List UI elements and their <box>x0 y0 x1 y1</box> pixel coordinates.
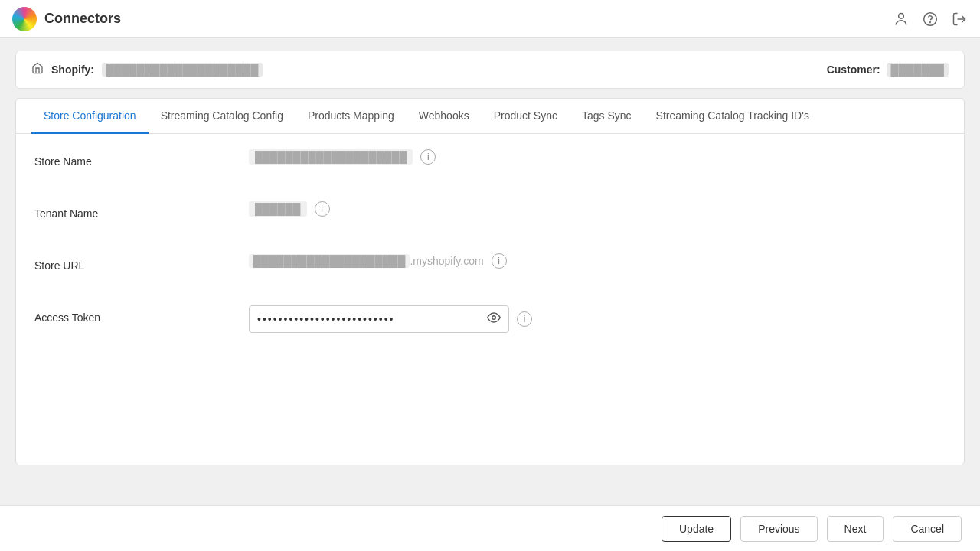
form-row-tenant-name: Tenant Name ██████ i <box>34 201 946 232</box>
svg-point-2 <box>930 21 931 22</box>
config-card: Store Configuration Streaming Catalog Co… <box>15 98 965 465</box>
home-icon[interactable] <box>31 62 44 77</box>
toggle-password-icon[interactable] <box>487 311 501 328</box>
previous-button[interactable]: Previous <box>740 516 817 542</box>
tenant-name-value: ██████ <box>249 201 307 217</box>
header: Connectors <box>0 0 980 38</box>
tab-streaming-catalog-config[interactable]: Streaming Catalog Config <box>149 99 296 134</box>
store-url-value: ████████████████████.myshopify.com <box>249 255 484 267</box>
form-row-access-token: Access Token i <box>34 305 946 336</box>
tenant-name-label: Tenant Name <box>34 201 249 220</box>
access-token-input[interactable] <box>257 313 482 325</box>
footer: Update Previous Next Cancel <box>0 505 980 551</box>
svg-point-0 <box>899 13 904 18</box>
update-button[interactable]: Update <box>662 516 731 542</box>
store-url-info-icon[interactable]: i <box>492 253 507 269</box>
form-section: Store Name ████████████████████ i Tenant… <box>16 134 964 373</box>
help-icon[interactable] <box>922 11 939 28</box>
tenant-name-info-icon[interactable]: i <box>315 201 330 217</box>
cancel-button[interactable]: Cancel <box>893 516 962 542</box>
tab-products-mapping[interactable]: Products Mapping <box>296 99 407 134</box>
header-left: Connectors <box>12 7 121 31</box>
store-url-label: Store URL <box>34 253 249 272</box>
shopify-bar-left: Shopify: ████████████████████ <box>31 62 263 77</box>
shopify-breadcrumb: Shopify: ████████████████████ Customer: … <box>15 51 965 89</box>
form-row-store-url: Store URL ████████████████████.myshopify… <box>34 253 946 284</box>
access-token-input-wrapper <box>249 305 509 333</box>
main-content: Shopify: ████████████████████ Customer: … <box>0 38 980 465</box>
store-name-value: ████████████████████ <box>249 149 413 165</box>
customer-label: Customer: <box>827 64 884 76</box>
store-name-value-area: ████████████████████ i <box>249 149 946 165</box>
header-icons <box>893 11 968 28</box>
tab-streaming-catalog-tracking[interactable]: Streaming Catalog Tracking ID's <box>644 99 822 134</box>
tab-tags-sync[interactable]: Tags Sync <box>570 99 644 134</box>
svg-point-1 <box>924 12 937 25</box>
tenant-name-value-area: ██████ i <box>249 201 946 217</box>
user-icon[interactable] <box>893 11 910 28</box>
access-token-info-icon[interactable]: i <box>517 311 532 327</box>
tab-product-sync[interactable]: Product Sync <box>482 99 570 134</box>
form-row-store-name: Store Name ████████████████████ i <box>34 149 946 180</box>
shopify-label: Shopify: <box>51 64 94 76</box>
logout-icon[interactable] <box>951 11 968 28</box>
store-name-info-icon[interactable]: i <box>420 149 436 165</box>
store-url-value-area: ████████████████████.myshopify.com i <box>249 253 946 269</box>
access-token-value-area: i <box>249 305 946 333</box>
shopify-store-name: ████████████████████ <box>102 63 263 77</box>
tab-bar: Store Configuration Streaming Catalog Co… <box>16 99 964 134</box>
customer-value: ███████ <box>887 63 949 77</box>
access-token-label: Access Token <box>34 305 249 324</box>
store-name-label: Store Name <box>34 149 249 168</box>
customer-info: Customer: ███████ <box>827 63 949 77</box>
app-title: Connectors <box>44 11 121 27</box>
tab-webhooks[interactable]: Webhooks <box>407 99 482 134</box>
svg-point-4 <box>492 316 496 320</box>
next-button[interactable]: Next <box>827 516 884 542</box>
app-logo <box>12 7 37 31</box>
tab-store-configuration[interactable]: Store Configuration <box>31 99 149 134</box>
